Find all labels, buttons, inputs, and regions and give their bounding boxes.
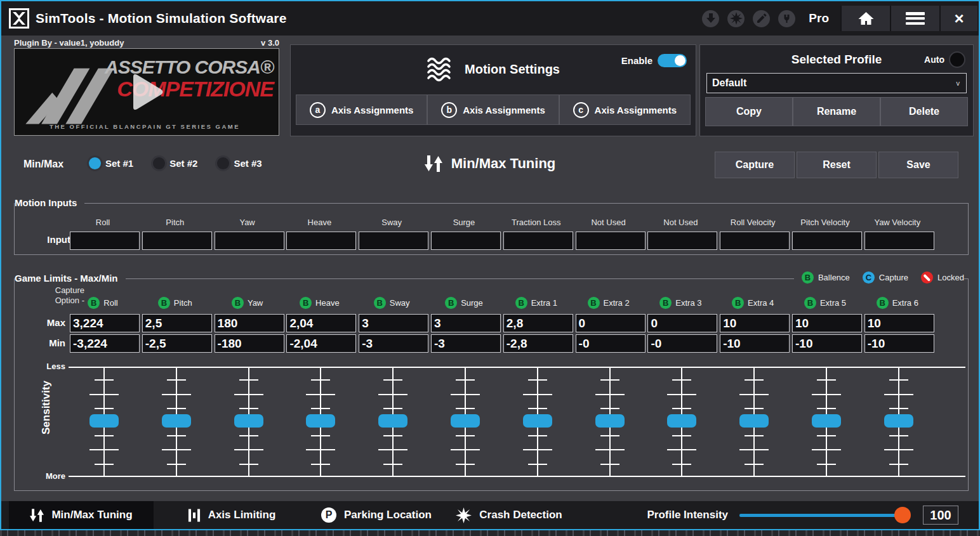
sensitivity-slider-roll[interactable] — [89, 367, 119, 477]
balance-badge-icon[interactable]: B — [588, 297, 600, 309]
max-value-roll[interactable]: 3,224 — [70, 314, 140, 332]
max-value-heave[interactable]: 2,04 — [286, 314, 356, 332]
max-value-extra-3[interactable]: 0 — [647, 314, 717, 332]
max-value-surge[interactable]: 3 — [431, 314, 501, 332]
slider-handle[interactable] — [739, 414, 769, 428]
slider-handle[interactable] — [595, 414, 625, 428]
slider-handle[interactable] — [234, 414, 263, 428]
profile-dropdown[interactable]: Default v — [706, 73, 967, 93]
slider-handle[interactable] — [306, 414, 335, 428]
sensitivity-slider-extra-3[interactable] — [667, 367, 696, 477]
tab-parking-location[interactable]: PParking Location — [305, 501, 448, 529]
sensitivity-slider-extra-1[interactable] — [523, 367, 552, 477]
axis-assignments-c-button[interactable]: cAxis Assignments — [559, 95, 691, 125]
tab-axis-limiting[interactable]: Axis Limiting — [164, 501, 300, 529]
max-value-extra-2[interactable]: 0 — [576, 314, 646, 332]
min-value-surge[interactable]: -3 — [431, 334, 501, 353]
slider-handle[interactable] — [812, 414, 841, 428]
slider-handle[interactable] — [523, 414, 552, 428]
max-value-extra-4[interactable]: 10 — [720, 314, 790, 332]
max-value-pitch[interactable]: 2,5 — [142, 314, 212, 332]
motion-input-heave-3[interactable] — [286, 232, 356, 250]
set-radio-3[interactable]: Set #3 — [215, 155, 262, 171]
min-value-yaw[interactable]: -180 — [215, 334, 284, 353]
game-logo-panel[interactable]: ASSETTO CORSA® COMPETIZIONE THE OFFICIAL… — [14, 48, 279, 136]
slider-handle[interactable] — [89, 414, 119, 428]
sensitivity-slider-surge[interactable] — [451, 367, 480, 477]
slider-handle[interactable] — [884, 414, 913, 428]
balance-badge-icon[interactable]: B — [877, 297, 889, 309]
edit-button[interactable] — [753, 10, 770, 27]
home-button[interactable] — [840, 6, 890, 31]
sensitivity-slider-pitch[interactable] — [162, 367, 191, 477]
motion-input-yaw-2[interactable] — [215, 232, 284, 250]
max-value-yaw[interactable]: 180 — [215, 314, 284, 332]
min-value-roll[interactable]: -3,224 — [70, 334, 140, 353]
min-value-sway[interactable]: -3 — [359, 334, 428, 353]
max-value-extra-5[interactable]: 10 — [792, 314, 862, 332]
slider-handle[interactable] — [667, 414, 696, 428]
balance-badge-icon[interactable]: B — [732, 297, 744, 309]
tab-crash-detection[interactable]: Crash Detection — [440, 501, 578, 529]
sensitivity-slider-extra-2[interactable] — [595, 367, 625, 477]
plug-button[interactable] — [778, 10, 795, 27]
profile-intensity-slider[interactable] — [739, 501, 911, 529]
min-value-extra-6[interactable]: -10 — [864, 334, 934, 353]
min-value-extra-5[interactable]: -10 — [792, 334, 862, 353]
delete-button[interactable]: Delete — [880, 97, 968, 126]
close-button[interactable]: × — [939, 6, 977, 31]
motion-input-traction-loss-6[interactable] — [503, 232, 573, 250]
min-value-pitch[interactable]: -2,5 — [142, 334, 212, 353]
axis-assignments-a-button[interactable]: aAxis Assignments — [296, 95, 427, 125]
max-value-sway[interactable]: 3 — [359, 314, 428, 332]
balance-badge-icon[interactable]: B — [158, 297, 170, 309]
balance-badge-icon[interactable]: B — [659, 297, 672, 309]
motion-input-roll-0[interactable] — [70, 232, 140, 250]
set-radio-2[interactable]: Set #2 — [151, 155, 197, 171]
tab-min-max-tuning[interactable]: Min/Max Tuning — [9, 501, 154, 529]
min-value-extra-1[interactable]: -2,8 — [503, 334, 573, 353]
download-button[interactable] — [702, 10, 719, 27]
slider-handle[interactable] — [451, 414, 480, 428]
balance-badge-icon[interactable]: B — [515, 297, 527, 309]
play-icon[interactable] — [128, 72, 165, 112]
motion-input-not-used-8[interactable] — [647, 232, 717, 250]
sensitivity-slider-extra-4[interactable] — [739, 367, 769, 477]
max-value-extra-1[interactable]: 2,8 — [503, 314, 573, 332]
balance-badge-icon[interactable]: B — [300, 297, 312, 309]
min-value-extra-2[interactable]: -0 — [576, 334, 646, 353]
balance-badge-icon[interactable]: B — [88, 297, 100, 309]
sensitivity-slider-heave[interactable] — [306, 367, 335, 477]
sensitivity-slider-extra-5[interactable] — [812, 367, 841, 477]
motion-input-pitch-velocity-10[interactable] — [792, 232, 862, 250]
burst-button[interactable] — [727, 10, 745, 27]
motion-input-roll-velocity-9[interactable] — [720, 232, 790, 250]
sensitivity-slider-yaw[interactable] — [234, 367, 263, 477]
motion-input-pitch-1[interactable] — [142, 232, 212, 250]
slider-handle[interactable] — [378, 414, 407, 428]
balance-badge-icon[interactable]: B — [804, 297, 816, 309]
reset-button[interactable]: Reset — [797, 152, 877, 178]
menu-button[interactable] — [890, 6, 939, 31]
balance-badge-icon[interactable]: B — [445, 297, 457, 309]
slider-handle[interactable] — [162, 414, 191, 428]
balance-badge-icon[interactable]: B — [232, 297, 244, 309]
enable-toggle[interactable] — [658, 54, 687, 67]
copy-button[interactable]: Copy — [705, 97, 793, 126]
intensity-knob[interactable] — [894, 507, 911, 523]
min-value-extra-4[interactable]: -10 — [720, 334, 790, 353]
axis-assignments-b-button[interactable]: bAxis Assignments — [427, 95, 559, 125]
sensitivity-slider-extra-6[interactable] — [884, 367, 913, 477]
rename-button[interactable]: Rename — [793, 97, 880, 126]
min-value-heave[interactable]: -2,04 — [286, 334, 356, 353]
set-radio-1[interactable]: Set #1 — [87, 155, 133, 171]
balance-badge-icon[interactable]: B — [374, 297, 386, 309]
capture-button[interactable]: Capture — [715, 152, 795, 178]
max-value-extra-6[interactable]: 10 — [864, 314, 934, 332]
auto-toggle[interactable] — [949, 51, 965, 68]
motion-input-not-used-7[interactable] — [576, 232, 646, 250]
motion-input-sway-4[interactable] — [359, 232, 428, 250]
min-value-extra-3[interactable]: -0 — [647, 334, 717, 353]
motion-input-surge-5[interactable] — [431, 232, 501, 250]
save-button[interactable]: Save — [878, 152, 958, 178]
